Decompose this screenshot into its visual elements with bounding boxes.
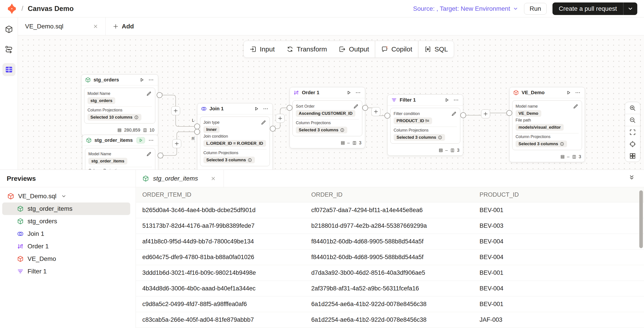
pull-request-dropdown[interactable] — [623, 2, 637, 15]
chevron-down-icon[interactable] — [61, 194, 66, 199]
table-row: c9d8a5c2-0499-4fd7-88f5-a98fffea0af66a1d… — [136, 296, 644, 312]
file-path-pill[interactable]: models/visual_editor — [516, 124, 564, 131]
grid-layout-button[interactable] — [625, 150, 640, 162]
edit-pencil-icon[interactable] — [353, 103, 359, 109]
input-icon — [250, 46, 257, 53]
row-count: 280,859 — [124, 128, 140, 133]
sort-order-pill[interactable]: Ascending CUSTOMER_ID — [296, 110, 355, 117]
node-stg-orders[interactable]: stg_orders Model Name stg_orders Column … — [81, 74, 158, 136]
port-join-out[interactable] — [270, 126, 276, 132]
play-icon[interactable] — [139, 77, 145, 83]
close-icon[interactable] — [209, 174, 217, 182]
rail-models-button[interactable] — [2, 23, 16, 36]
port-stg-order-items-out[interactable] — [158, 152, 163, 158]
edit-pencil-icon[interactable] — [146, 90, 152, 96]
node-filter-1[interactable]: Filter 1 Filter condition PRODUCT_ID != … — [387, 94, 463, 156]
more-options-icon[interactable] — [355, 89, 362, 96]
node-order-1[interactable]: Order 1 Sort Order Ascending CUSTOMER_ID… — [290, 87, 365, 148]
run-button[interactable]: Run — [524, 3, 547, 14]
tree-item-stg-orders[interactable]: stg_orders — [2, 215, 130, 228]
join-type-pill[interactable]: Inner — [204, 126, 220, 133]
rail-pipeline-button[interactable] — [2, 43, 16, 56]
tree-item-stg-order-items[interactable]: stg_order_items — [2, 202, 130, 215]
port-filter-out[interactable] — [460, 112, 466, 118]
collapse-panel-icon[interactable] — [628, 174, 635, 181]
top-bar: / Canvas Demo Source: , Target: New Envi… — [0, 0, 644, 18]
toolbar-copilot-button[interactable]: Copilot — [375, 41, 418, 58]
column-projections-pill[interactable]: Selected 10 columns — [88, 114, 142, 120]
locate-target-button[interactable] — [625, 138, 640, 150]
play-icon[interactable] — [346, 90, 352, 96]
tree-item-order-1[interactable]: Order 1 — [2, 240, 130, 252]
tree-item-filter-1[interactable]: Filter 1 — [2, 265, 130, 278]
column-projections-pill[interactable]: Selected 3 columns — [516, 140, 567, 147]
port-filter-in[interactable] — [384, 113, 390, 118]
column-projections-pill[interactable]: Selected 3 columns — [296, 127, 347, 133]
add-node-on-edge-button[interactable] — [276, 114, 285, 123]
toolbar-transform-button[interactable]: Transform — [280, 41, 333, 58]
zoom-out-button[interactable] — [625, 114, 640, 126]
more-options-icon[interactable] — [574, 89, 581, 96]
add-node-on-edge-button[interactable] — [372, 107, 380, 116]
join-condition-pill[interactable]: L.ORDER_ID = R.ORDER_ID — [204, 140, 266, 147]
column-count: 3 — [579, 154, 581, 159]
edit-pencil-icon[interactable] — [146, 151, 152, 157]
more-options-icon[interactable] — [148, 137, 154, 144]
column-projections-pill[interactable]: Selected 3 columns — [394, 134, 445, 141]
field-label: Join condition — [204, 134, 266, 139]
toolbar-input-button[interactable]: Input — [244, 41, 280, 58]
node-join-1[interactable]: Join 1 Join type Inner Join condition L.… — [197, 103, 273, 170]
filter-condition-pill[interactable]: PRODUCT_ID != — [394, 118, 432, 124]
tree-root-ve-demo-sql[interactable]: VE_Demo.sql — [2, 190, 130, 202]
info-icon — [248, 158, 252, 162]
more-options-icon[interactable] — [148, 76, 154, 83]
zoom-in-button[interactable] — [625, 102, 640, 114]
column-header-product-id: PRODUCT_ID — [473, 187, 644, 202]
more-options-icon[interactable] — [262, 106, 269, 112]
preview-tab-stg-order-items[interactable]: stg_order_items — [136, 170, 224, 187]
field-label: Sort Order — [296, 104, 359, 109]
port-order-in[interactable] — [287, 105, 292, 111]
model-name-pill[interactable]: stg_order_items — [88, 158, 127, 164]
node-stg-order-items[interactable]: stg_order_items Model Name stg_order_ite… — [82, 135, 158, 170]
edit-pencil-icon[interactable] — [451, 111, 457, 116]
info-icon — [560, 142, 564, 146]
port-join-right-in[interactable] — [194, 129, 200, 135]
create-pull-request-label[interactable]: Create a pull request — [552, 2, 623, 15]
play-icon[interactable] — [253, 106, 260, 112]
toolbar-output-button[interactable]: Output — [333, 41, 375, 58]
node-config-card: Model Name stg_orders Column Projections… — [84, 88, 155, 124]
play-icon[interactable] — [444, 97, 450, 103]
scrollbar-thumb[interactable] — [639, 190, 643, 248]
add-node-on-edge-button[interactable] — [172, 139, 181, 148]
close-icon[interactable] — [92, 22, 100, 30]
rail-table-button[interactable] — [2, 63, 16, 76]
tab-ve-demo-sql[interactable]: VE_Demo.sql — [18, 18, 106, 35]
add-tab-button[interactable]: Add — [106, 18, 141, 35]
node-config-card: Model Name stg_order_items Column Projec… — [85, 148, 155, 170]
add-node-on-edge-button[interactable] — [481, 110, 490, 118]
tree-item-join-1[interactable]: Join 1 — [2, 228, 130, 240]
tree-item-ve-demo[interactable]: VE_Demo — [2, 252, 130, 265]
port-order-out[interactable] — [362, 105, 368, 111]
add-node-on-edge-button[interactable] — [171, 106, 180, 115]
edit-pencil-icon[interactable] — [261, 120, 266, 125]
play-icon[interactable] — [566, 90, 572, 96]
cube-icon — [513, 90, 519, 96]
column-projections-pill[interactable]: Selected 3 columns — [204, 156, 255, 163]
port-join-left-in[interactable] — [194, 124, 200, 129]
port-stg-orders-out[interactable] — [157, 92, 162, 98]
port-ve-demo-in[interactable] — [506, 110, 512, 116]
fit-view-button[interactable] — [625, 126, 640, 138]
edit-pencil-icon[interactable] — [573, 103, 579, 109]
more-options-icon[interactable] — [453, 97, 460, 103]
create-pull-request-button[interactable]: Create a pull request — [552, 2, 637, 15]
dag-canvas[interactable]: Input Transform Output Copilot SQL — [18, 35, 644, 170]
play-icon[interactable] — [136, 137, 145, 144]
environment-selector[interactable]: Source: , Target: New Environment — [413, 5, 518, 12]
model-name-pill[interactable]: stg_orders — [88, 97, 115, 104]
tree-item-label: Join 1 — [28, 230, 44, 238]
model-name-pill[interactable]: VE_Demo — [516, 110, 541, 117]
toolbar-sql-button[interactable]: SQL — [418, 41, 454, 58]
node-ve-demo[interactable]: VE_Demo Model name VE_Demo File path mod… — [509, 87, 585, 162]
